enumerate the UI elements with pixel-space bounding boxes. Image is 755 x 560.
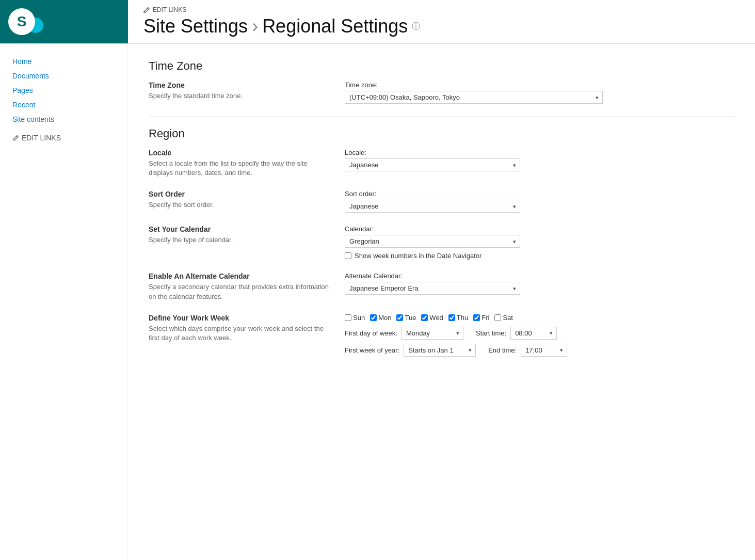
first-week-label: First week of year:: [345, 346, 399, 354]
work-week-setting-row: Define Your Work Week Select which days …: [149, 314, 734, 357]
day-tue[interactable]: Tue: [396, 314, 416, 322]
alt-calendar-select[interactable]: Japanese Emperor Era None Hijri Hebrew: [345, 282, 520, 295]
locale-control-label: Locale:: [345, 149, 734, 156]
calendar-label: Set Your Calendar: [149, 225, 329, 233]
day-mon[interactable]: Mon: [370, 314, 391, 322]
logo-area: S: [0, 0, 128, 43]
start-time-select-wrapper: 07:00 08:00 09:00: [510, 327, 557, 340]
day-tue-label: Tue: [405, 314, 416, 322]
show-week-numbers-row: Show week numbers in the Date Navigator: [345, 252, 734, 260]
calendar-control-label: Calendar:: [345, 225, 734, 233]
sort-order-desc: Specify the sort order.: [149, 200, 329, 210]
sidebar-item-pages[interactable]: Pages: [0, 83, 127, 98]
first-day-pair: First day of week: Monday Sunday Saturda…: [345, 327, 463, 340]
sidebar-item-site-contents[interactable]: Site contents: [0, 112, 127, 126]
work-week-desc: Select which days comprise your work wee…: [149, 324, 329, 343]
end-time-select-wrapper: 16:00 17:00 18:00: [521, 344, 567, 357]
logo-icon: S: [8, 8, 35, 35]
alt-calendar-desc: Specify a secondary calendar that provid…: [149, 282, 329, 301]
edit-links-top[interactable]: EDIT LINKS: [143, 6, 740, 13]
sidebar-edit-links[interactable]: EDIT LINKS: [0, 131, 127, 145]
calendar-setting-row: Set Your Calendar Specify the type of ca…: [149, 225, 734, 260]
first-week-pair: First week of year: Starts on Jan 1 Firs…: [345, 344, 476, 357]
timezone-select-wrapper: (UTC+09:00) Osaka, Sapporo, Tokyo (UTC+0…: [345, 91, 603, 104]
main-content: Time Zone Time Zone Specify the standard…: [128, 44, 755, 560]
day-tue-checkbox[interactable]: [396, 314, 403, 321]
day-fri-checkbox[interactable]: [473, 314, 480, 321]
day-wed-checkbox[interactable]: [421, 314, 428, 321]
sort-order-setting-row: Sort Order Specify the sort order. Sort …: [149, 190, 734, 213]
locale-desc: Select a locale from the list to specify…: [149, 159, 329, 178]
day-sun-label: Sun: [353, 314, 365, 322]
header: EDIT LINKS Site Settings › Regional Sett…: [128, 0, 755, 43]
pencil-icon-sidebar: [12, 135, 19, 141]
bottom-controls: First day of week: Monday Sunday Saturda…: [345, 327, 734, 340]
first-day-select-wrapper: Monday Sunday Saturday: [401, 327, 463, 340]
locale-select-wrapper: Japanese English (United States) Chinese…: [345, 158, 520, 171]
timezone-section-title: Time Zone: [149, 59, 734, 73]
day-thu-label: Thu: [457, 314, 468, 322]
day-mon-checkbox[interactable]: [370, 314, 377, 321]
sidebar-item-documents[interactable]: Documents: [0, 69, 127, 83]
first-week-select-wrapper: Starts on Jan 1 First full week First 4-…: [404, 344, 476, 357]
show-week-numbers-checkbox[interactable]: [345, 252, 351, 259]
first-day-label: First day of week:: [345, 329, 397, 337]
calendar-select[interactable]: Gregorian Hijri Hebrew Japanese Emperor …: [345, 235, 520, 248]
workweek-days: Sun Mon Tue Wed: [345, 314, 734, 322]
day-thu[interactable]: Thu: [448, 314, 468, 322]
day-sun[interactable]: Sun: [345, 314, 365, 322]
first-day-select[interactable]: Monday Sunday Saturday: [401, 327, 463, 340]
page-title: Site Settings › Regional Settings ⓘ: [143, 15, 740, 37]
work-week-label: Define Your Work Week: [149, 314, 329, 322]
day-thu-checkbox[interactable]: [448, 314, 455, 321]
day-sun-checkbox[interactable]: [345, 314, 351, 321]
sidebar: Home Documents Pages Recent Site content…: [0, 44, 128, 560]
timezone-setting-row: Time Zone Specify the standard time zone…: [149, 81, 734, 104]
sidebar-item-recent[interactable]: Recent: [0, 98, 127, 112]
show-week-numbers-label: Show week numbers in the Date Navigator: [355, 252, 481, 260]
locale-select[interactable]: Japanese English (United States) Chinese…: [345, 158, 520, 171]
sort-order-select[interactable]: Japanese General Chinese: [345, 200, 520, 213]
alt-calendar-label: Enable An Alternate Calendar: [149, 272, 329, 280]
first-week-select[interactable]: Starts on Jan 1 First full week First 4-…: [404, 344, 476, 357]
sort-order-select-wrapper: Japanese General Chinese: [345, 200, 520, 213]
day-wed[interactable]: Wed: [421, 314, 443, 322]
sidebar-edit-links-label: EDIT LINKS: [22, 134, 61, 142]
timezone-label: Time Zone: [149, 81, 329, 89]
end-time-pair: End time: 16:00 17:00 18:00: [488, 344, 567, 357]
timezone-control-label: Time zone:: [345, 81, 734, 89]
end-time-label: End time:: [488, 346, 517, 354]
day-mon-label: Mon: [378, 314, 391, 322]
sort-order-label: Sort Order: [149, 190, 329, 198]
alt-calendar-setting-row: Enable An Alternate Calendar Specify a s…: [149, 272, 734, 301]
day-sat[interactable]: Sat: [494, 314, 513, 322]
calendar-desc: Specify the type of calendar.: [149, 235, 329, 245]
end-time-select[interactable]: 16:00 17:00 18:00: [521, 344, 567, 357]
start-time-select[interactable]: 07:00 08:00 09:00: [510, 327, 557, 340]
locale-label: Locale: [149, 149, 329, 157]
pencil-icon-top: [143, 7, 150, 13]
calendar-select-wrapper: Gregorian Hijri Hebrew Japanese Emperor …: [345, 235, 520, 248]
info-icon: ⓘ: [412, 21, 420, 32]
bottom-controls-2: First week of year: Starts on Jan 1 Firs…: [345, 344, 734, 357]
day-fri-label: Fri: [481, 314, 489, 322]
day-wed-label: Wed: [429, 314, 443, 322]
day-sat-checkbox[interactable]: [494, 314, 501, 321]
start-time-label: Start time:: [476, 329, 506, 337]
timezone-select[interactable]: (UTC+09:00) Osaka, Sapporo, Tokyo (UTC+0…: [345, 91, 603, 104]
sort-order-control-label: Sort order:: [345, 190, 734, 198]
alt-calendar-select-wrapper: Japanese Emperor Era None Hijri Hebrew: [345, 282, 520, 295]
timezone-desc: Specify the standard time zone.: [149, 91, 329, 101]
day-sat-label: Sat: [503, 314, 513, 322]
sidebar-item-home[interactable]: Home: [0, 54, 127, 69]
alt-calendar-control-label: Alternate Calendar:: [345, 272, 734, 280]
day-fri[interactable]: Fri: [473, 314, 489, 322]
locale-setting-row: Locale Select a locale from the list to …: [149, 149, 734, 178]
region-section-title: Region: [149, 127, 734, 140]
start-time-pair: Start time: 07:00 08:00 09:00: [476, 327, 557, 340]
edit-links-top-label: EDIT LINKS: [153, 6, 186, 13]
